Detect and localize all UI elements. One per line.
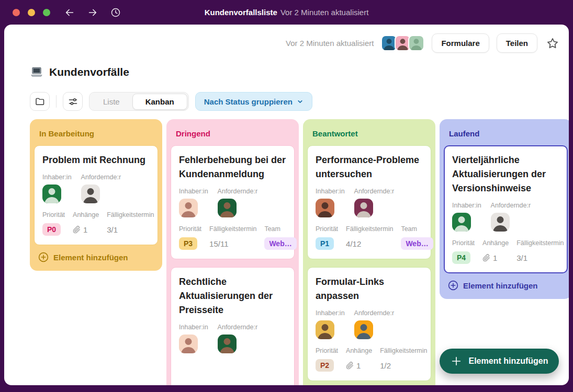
person-anfordernde: Anfordernde:r (491, 202, 531, 232)
arrow-right-icon (87, 7, 98, 18)
add-item-row[interactable]: Element hinzufügen (444, 273, 568, 295)
card-title: Fehlerbehebung bei der Kundenanmeldung (179, 153, 286, 181)
back-button[interactable] (64, 7, 75, 18)
field-prioritaet: Priorität P0 (42, 211, 65, 236)
views-button[interactable] (30, 92, 50, 111)
card-title: Performance-Probleme untersuchen (316, 153, 423, 181)
field-faelligkeitstermin: Fälligkeitstermin 4/12 (346, 225, 393, 250)
field-anhaenge: Anhänge 1 (482, 239, 509, 264)
card-performance-probleme[interactable]: Performance-Probleme untersuchen Inhaber… (307, 145, 431, 259)
field-faelligkeitstermin: Fälligkeitstermin 1/2 (380, 347, 427, 372)
card-title: Rechtliche Aktualisierungen der Preissei… (179, 275, 286, 317)
plus-icon (451, 355, 462, 367)
avatar (179, 199, 198, 217)
tab-liste[interactable]: Liste (91, 94, 132, 109)
app-window: Vor 2 Minuten aktualisiert Formulare Tei… (4, 25, 569, 385)
avatar (354, 320, 373, 339)
group-by-dropdown[interactable]: Nach Status gruppieren (195, 92, 312, 111)
view-controls: Liste Kanban Nach Status gruppieren (30, 92, 312, 111)
chevron-down-icon (297, 98, 304, 105)
add-element-button[interactable]: Element hinzufügen (440, 349, 559, 374)
star-icon (546, 37, 559, 50)
zoom-window-button[interactable] (43, 9, 50, 16)
people-row: Inhaber:in Anfordernde:r (452, 202, 559, 232)
person-icon (491, 213, 510, 232)
card-title: Vierteljährliche Aktualisierungen der Ve… (452, 153, 559, 195)
page-title: Kundenvorfälle (49, 66, 129, 78)
add-item-row[interactable]: Element hinzufügen (34, 245, 158, 267)
column-header: Dringend (171, 123, 295, 145)
sliders-icon (68, 96, 78, 107)
forward-button[interactable] (87, 7, 98, 18)
window-titlebar: KundenvorfallslisteVor 2 Minuten aktuali… (0, 0, 573, 25)
card-title: Problem mit Rechnung (42, 153, 150, 167)
plus-circle-icon (38, 252, 49, 262)
person-icon (218, 335, 237, 353)
column-header: In Bearbeitung (34, 123, 158, 145)
person-icon (382, 36, 396, 50)
tab-kanban[interactable]: Kanban (132, 94, 187, 110)
plus-circle-icon (448, 280, 458, 291)
arrow-left-icon (64, 7, 75, 18)
person-icon (354, 199, 373, 217)
field-team: Team Web… (401, 225, 433, 250)
person-inhaber: Inhaber:in (316, 188, 345, 217)
card-vierteljaehrliche-aktualisierungen[interactable]: Vierteljährliche Aktualisierungen der Ve… (444, 145, 568, 273)
window-title: KundenvorfallslisteVor 2 Minuten aktuali… (205, 8, 369, 17)
card-problem-mit-rechnung[interactable]: Problem mit Rechnung Inhaber:in Anforder… (34, 145, 158, 245)
field-prioritaet: Priorität P1 (316, 225, 338, 250)
avatar (218, 335, 237, 353)
priority-badge: P1 (316, 237, 334, 250)
field-team: Team Web… (264, 225, 296, 250)
traffic-lights (13, 9, 50, 16)
people-row: Inhaber:in Anfordernde:r (42, 174, 150, 203)
divider (56, 95, 57, 108)
person-inhaber: Inhaber:in (179, 324, 208, 353)
person-anfordernde: Anfordernde:r (81, 174, 121, 203)
card-fehlerbehebung[interactable]: Fehlerbehebung bei der Kundenanmeldung I… (171, 145, 295, 259)
folder-icon (35, 96, 46, 107)
card-title: Formular-Links anpassen (316, 275, 423, 303)
person-icon (42, 185, 61, 203)
avatar (81, 185, 100, 203)
person-anfordernde: Anfordernde:r (218, 188, 257, 217)
kanban-board: In Bearbeitung Problem mit Rechnung Inha… (30, 119, 569, 385)
card-formular-links[interactable]: Formular-Links anpassen Inhaber:in Anfor… (307, 267, 431, 381)
fields-row: Priorität P1 Fälligkeitstermin 4/12 Team… (316, 225, 423, 250)
person-icon (81, 185, 100, 203)
person-icon (396, 36, 410, 50)
fields-row: Priorität P3 Fälligkeitstermin 15/11 Tea… (179, 225, 286, 250)
field-anhaenge: Anhänge 1 (73, 211, 99, 236)
avatar (218, 199, 237, 217)
filter-settings-button[interactable] (63, 92, 83, 111)
paperclip-icon (73, 226, 81, 234)
avatar (452, 213, 471, 232)
clock-icon (110, 7, 121, 18)
last-updated-text: Vor 2 Minuten aktualisiert (286, 39, 374, 48)
avatar (316, 199, 334, 217)
person-icon (316, 320, 334, 339)
history-button[interactable] (110, 7, 121, 18)
close-window-button[interactable] (13, 9, 20, 16)
formulare-button[interactable]: Formulare (432, 33, 489, 53)
column-in-bearbeitung: In Bearbeitung Problem mit Rechnung Inha… (30, 119, 162, 271)
field-prioritaet: Priorität P2 (316, 347, 338, 372)
fields-row: Priorität P0 Anhänge 1 Fälligkeitstermin… (42, 211, 150, 236)
field-faelligkeitstermin: Fälligkeitstermin 15/11 (209, 225, 256, 250)
avatar (316, 320, 334, 339)
favorite-button[interactable] (546, 37, 559, 50)
toolbar: Vor 2 Minuten aktualisiert Formulare Tei… (286, 33, 559, 53)
avatar (179, 335, 198, 353)
avatar[interactable] (408, 35, 424, 51)
paperclip-icon (482, 254, 490, 262)
people-row: Inhaber:in Anfordernde:r (179, 324, 286, 353)
view-switcher: Liste Kanban (89, 92, 189, 111)
minimize-window-button[interactable] (28, 9, 35, 16)
person-icon (409, 36, 423, 50)
team-badge: Web… (401, 237, 433, 250)
teilen-button[interactable]: Teilen (497, 33, 537, 53)
priority-badge: P2 (316, 359, 334, 372)
card-rechtliche-aktualisierungen[interactable]: Rechtliche Aktualisierungen der Preissei… (171, 267, 295, 385)
person-inhaber: Inhaber:in (179, 188, 208, 217)
person-inhaber: Inhaber:in (316, 309, 345, 339)
